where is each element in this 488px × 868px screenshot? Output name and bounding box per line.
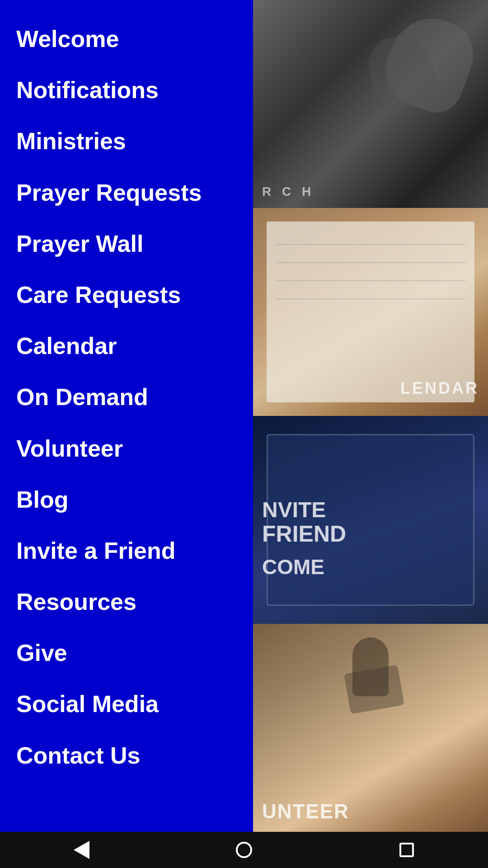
menu-item-prayer-wall[interactable]: Prayer Wall (16, 218, 253, 269)
back-arrow-icon (74, 841, 89, 859)
tile-volunteer-text: UNTEER (262, 800, 349, 823)
recents-button[interactable] (389, 836, 425, 863)
image-tile-invite: NVITE FRIEND COME (253, 416, 488, 624)
recents-square-icon (399, 843, 414, 857)
tile-church-text: R C H (262, 184, 314, 199)
image-tile-volunteer: UNTEER (253, 624, 488, 832)
tile-calendar-paper (267, 222, 474, 402)
menu-item-social-media[interactable]: Social Media (16, 679, 253, 730)
menu-item-on-demand[interactable]: On Demand (16, 372, 253, 423)
tile-invite-text: NVITE FRIEND COME (262, 498, 346, 579)
menu-item-blog[interactable]: Blog (16, 474, 253, 525)
menu-item-calendar[interactable]: Calendar (16, 321, 253, 372)
menu-item-ministries[interactable]: Ministries (16, 116, 253, 167)
menu-item-give[interactable]: Give (16, 627, 253, 679)
menu-item-care-requests[interactable]: Care Requests (16, 269, 253, 321)
main-container: Welcome Notifications Ministries Prayer … (0, 0, 488, 832)
menu-item-resources[interactable]: Resources (16, 576, 253, 627)
menu-item-prayer-requests[interactable]: Prayer Requests (16, 167, 253, 218)
home-circle-icon (236, 842, 252, 858)
tile-calendar-text: LENDAR (400, 379, 479, 398)
menu-item-invite-a-friend[interactable]: Invite a Friend (16, 525, 253, 576)
nav-bar (0, 832, 488, 868)
menu-item-contact-us[interactable]: Contact Us (16, 730, 253, 781)
image-tile-church: R C H (253, 0, 488, 208)
home-button[interactable] (226, 836, 262, 863)
image-panel: R C H LENDAR NVITE FRIEND COME (253, 0, 488, 832)
menu-panel: Welcome Notifications Ministries Prayer … (0, 0, 253, 832)
menu-item-volunteer[interactable]: Volunteer (16, 423, 253, 474)
menu-item-welcome[interactable]: Welcome (16, 14, 253, 65)
image-tile-calendar: LENDAR (253, 208, 488, 416)
menu-item-notifications[interactable]: Notifications (16, 65, 253, 116)
back-button[interactable] (63, 836, 99, 863)
